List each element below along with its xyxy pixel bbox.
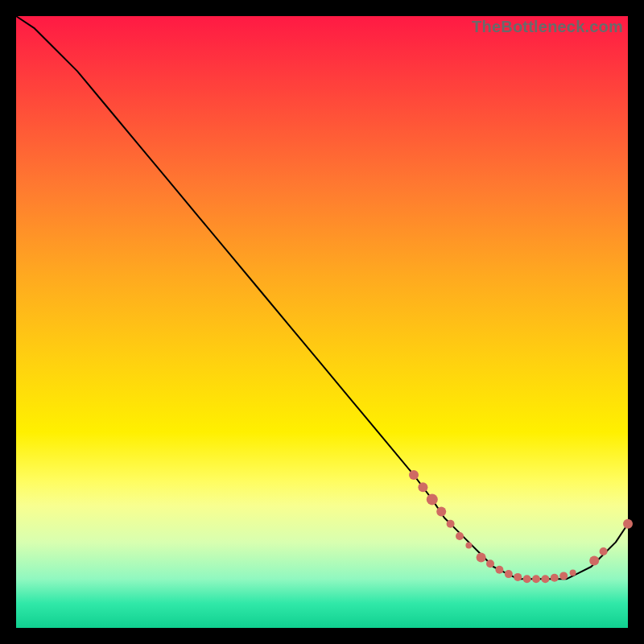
data-point bbox=[541, 575, 549, 583]
series-curve bbox=[16, 16, 628, 579]
data-point bbox=[551, 574, 559, 582]
data-point bbox=[409, 470, 419, 480]
data-point bbox=[456, 532, 464, 540]
data-point bbox=[486, 559, 494, 568]
data-point bbox=[559, 572, 568, 580]
data-point bbox=[495, 566, 503, 574]
data-point bbox=[514, 573, 522, 581]
data-point bbox=[570, 570, 576, 576]
data-markers bbox=[409, 470, 633, 583]
data-point bbox=[532, 575, 540, 583]
data-point bbox=[505, 570, 513, 578]
data-point bbox=[589, 555, 599, 565]
data-point bbox=[600, 547, 608, 555]
chart-svg bbox=[16, 16, 628, 628]
data-point bbox=[427, 493, 438, 505]
data-point bbox=[523, 575, 531, 583]
chart-area: TheBottleneck.com bbox=[16, 16, 628, 628]
data-point bbox=[447, 520, 455, 528]
data-point bbox=[418, 482, 427, 492]
data-point bbox=[436, 507, 446, 517]
data-point bbox=[465, 542, 472, 548]
data-point bbox=[623, 519, 633, 529]
data-point bbox=[477, 553, 486, 563]
